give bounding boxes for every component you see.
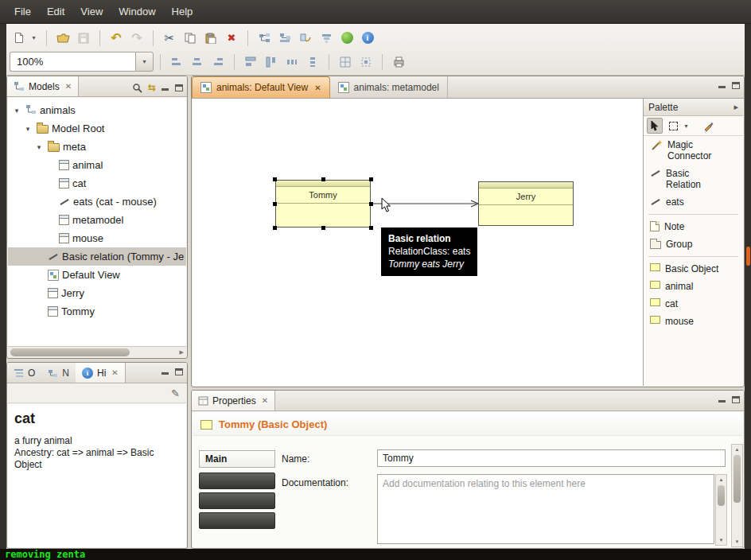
menu-window[interactable]: Window	[111, 2, 163, 21]
link-with-editor-button[interactable]	[296, 29, 315, 48]
palette-item-group[interactable]: Group	[644, 235, 743, 253]
minimize-icon[interactable]	[718, 82, 726, 89]
properties-scrollbar[interactable]: ▲ ▼	[731, 444, 743, 547]
scroll-right-icon[interactable]: ▶	[180, 349, 184, 356]
scroll-up-icon[interactable]: ▲	[732, 445, 742, 454]
search-icon[interactable]	[132, 83, 142, 93]
tab-navigator[interactable]: N	[41, 363, 76, 383]
scrollbar-thumb[interactable]	[718, 485, 725, 506]
copy-button[interactable]	[181, 29, 200, 48]
marquee-tool[interactable]	[665, 118, 681, 134]
redo-button[interactable]: ↷	[127, 29, 146, 48]
minimize-icon[interactable]	[718, 396, 726, 403]
new-button[interactable]	[10, 29, 29, 48]
paste-button[interactable]	[201, 29, 220, 48]
tree-item-model-root[interactable]: ▾Model Root	[8, 119, 186, 138]
scroll-down-icon[interactable]: ▼	[732, 537, 742, 546]
selection-handle[interactable]	[273, 202, 277, 206]
tree-item-jerry[interactable]: Jerry	[8, 284, 186, 302]
minimize-icon[interactable]	[161, 368, 169, 375]
palette-pin-icon[interactable]: ▸	[733, 102, 738, 112]
align-center-button[interactable]	[188, 52, 207, 72]
selection-handle[interactable]	[273, 226, 277, 230]
node-jerry[interactable]: Jerry	[478, 181, 574, 226]
close-icon[interactable]: ✕	[111, 368, 118, 377]
tree-item-tommy[interactable]: Tommy	[8, 302, 186, 321]
overlay-scrollbar-marker[interactable]	[746, 247, 750, 266]
distribute-vertical-button[interactable]	[303, 52, 322, 72]
expander-icon[interactable]: ▾	[22, 125, 33, 133]
marquee-dropdown[interactable]: ▾	[683, 118, 691, 134]
tree-item-mouse[interactable]: mouse	[8, 229, 186, 247]
tab-properties[interactable]: Properties ✕	[192, 391, 275, 410]
palette-item-mouse[interactable]: mouse	[644, 313, 743, 330]
tab-help[interactable]: i Hi ✕	[76, 363, 126, 383]
filter-button[interactable]	[317, 29, 336, 48]
selection-handle[interactable]	[321, 226, 325, 230]
selection-handle[interactable]	[369, 177, 373, 181]
palette-item-basic-relation[interactable]: Basic Relation	[644, 165, 743, 193]
help-button[interactable]: i	[358, 29, 377, 48]
expander-icon[interactable]: ▾	[33, 143, 45, 151]
undo-button[interactable]: ↶	[107, 29, 126, 48]
format-painter-tool[interactable]	[700, 118, 716, 134]
properties-tab-hidden-2[interactable]	[199, 492, 275, 509]
tree-item-meta[interactable]: ▾meta	[8, 138, 186, 156]
menu-help[interactable]: Help	[164, 2, 201, 21]
palette-item-eats[interactable]: eats	[644, 193, 743, 211]
close-icon[interactable]: ✕	[314, 84, 321, 92]
scroll-up-icon[interactable]: ▲	[716, 475, 726, 484]
select-tool[interactable]	[647, 118, 663, 134]
cut-button[interactable]: ✂	[160, 29, 179, 48]
properties-tab-main[interactable]: Main	[199, 450, 275, 468]
selection-handle[interactable]	[321, 177, 325, 181]
tree-item-basic-relation[interactable]: Basic relation (Tommy - Je	[8, 247, 186, 266]
textarea-scrollbar[interactable]: ▲ ▼	[715, 474, 727, 546]
properties-tab-hidden-3[interactable]	[199, 512, 275, 529]
align-right-button[interactable]	[208, 52, 228, 72]
tab-metamodel[interactable]: animals: metamodel	[330, 76, 448, 98]
maximize-icon[interactable]	[732, 396, 740, 403]
maximize-icon[interactable]	[175, 368, 183, 375]
align-left-button[interactable]	[167, 52, 186, 72]
name-input[interactable]	[377, 449, 726, 467]
properties-tab-hidden-1[interactable]	[199, 472, 275, 489]
selection-handle[interactable]	[273, 177, 277, 181]
expander-icon[interactable]: ▾	[11, 107, 22, 115]
maximize-icon[interactable]	[175, 84, 183, 91]
tree-item-animals[interactable]: ▾animals	[8, 101, 186, 119]
maximize-icon[interactable]	[732, 82, 740, 89]
documentation-textarea[interactable]	[377, 474, 714, 544]
run-web-button[interactable]	[337, 29, 356, 48]
models-horizontal-scrollbar[interactable]: ▶	[8, 346, 186, 357]
palette-item-basic-object[interactable]: Basic Object	[644, 260, 743, 278]
tree-item-metamodel[interactable]: metamodel	[8, 211, 186, 229]
tab-models[interactable]: Models ✕	[7, 76, 79, 96]
expand-all-button[interactable]	[255, 29, 274, 48]
tab-outline[interactable]: O	[7, 363, 41, 383]
palette-item-note[interactable]: Note	[644, 218, 743, 235]
collapse-all-button[interactable]	[275, 29, 294, 48]
minimize-icon[interactable]	[161, 84, 169, 91]
open-model-button[interactable]	[53, 29, 72, 48]
match-height-button[interactable]	[262, 52, 281, 72]
menu-edit[interactable]: Edit	[39, 2, 72, 21]
scrollbar-thumb[interactable]	[10, 348, 130, 356]
scrollbar-thumb[interactable]	[733, 455, 741, 503]
selection-handle[interactable]	[369, 226, 373, 230]
print-button[interactable]	[389, 52, 408, 72]
match-width-button[interactable]	[241, 52, 260, 72]
selection-handle[interactable]	[369, 202, 373, 206]
close-icon[interactable]: ✕	[262, 396, 268, 405]
menu-file[interactable]: File	[6, 2, 39, 21]
node-tommy[interactable]: Tommy	[275, 180, 371, 228]
tab-default-view[interactable]: animals: Default View ✕	[192, 76, 330, 98]
zoom-input[interactable]: 100%	[10, 52, 135, 72]
save-button[interactable]	[74, 29, 93, 48]
tree-item-animal[interactable]: animal	[8, 156, 186, 174]
palette-item-animal[interactable]: animal	[644, 278, 743, 295]
new-dropdown-icon[interactable]: ▾	[30, 29, 40, 48]
tree-item-cat[interactable]: cat	[8, 174, 186, 192]
menu-view[interactable]: View	[72, 2, 111, 21]
zoom-dropdown-button[interactable]: ▾	[135, 52, 154, 72]
